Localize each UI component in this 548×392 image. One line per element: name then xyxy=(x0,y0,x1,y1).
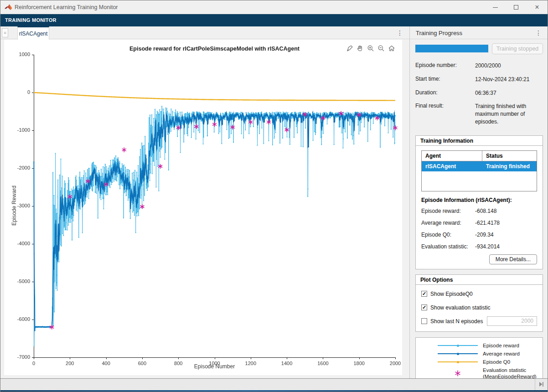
agent-cell: rlSACAgent xyxy=(422,161,482,171)
legend-item: Episode Q0 xyxy=(416,359,543,366)
legend-label: Evaluation statistic(MeanEpisodeReward) xyxy=(483,367,537,378)
checkbox-label: Show last N episodes xyxy=(430,318,483,325)
desktop-edge xyxy=(0,390,548,392)
legend-card: Episode rewardAverage rewardEpisode Q0Ev… xyxy=(415,337,543,378)
matlab-logo-icon xyxy=(5,4,12,13)
legend-line-sample xyxy=(437,361,479,362)
app-window: Reinforcement Learning Training Monitor … xyxy=(0,0,548,392)
progress-bar xyxy=(415,45,488,52)
figure: Episode reward for rlCartPoleSimscapeMod… xyxy=(4,40,402,375)
window-title: Reinforcement Learning Training Monitor xyxy=(15,4,118,10)
progress-row: Training stopped xyxy=(415,43,543,55)
table-header-row: Agent Status xyxy=(422,151,537,161)
progress-bar-fill xyxy=(415,45,488,52)
tabstrip-menu-icon[interactable]: ⋮ xyxy=(397,30,403,36)
col-header-status: Status xyxy=(482,151,537,161)
show-episodeq0-checkbox[interactable]: ✓ xyxy=(421,291,427,297)
legend-line-sample xyxy=(437,353,479,354)
skip-to-end-icon[interactable] xyxy=(538,381,544,389)
field-value: -621.4178 xyxy=(475,220,537,226)
tab-rlsacagent[interactable]: rlSACAgent xyxy=(17,26,49,40)
legend-item: Episode reward xyxy=(416,342,543,349)
chart-document-area: Episode reward for rlCartPoleSimscapeMod… xyxy=(0,39,409,378)
titlebar: Reinforcement Learning Training Monitor … xyxy=(0,0,548,14)
close-button[interactable]: × xyxy=(527,0,548,14)
progress-fields: Episode number: 2000/2000 Start time: 12… xyxy=(415,62,543,126)
legend-line-sample xyxy=(437,345,479,346)
episode-info-fields: Episode reward: -608.148 Average reward:… xyxy=(421,208,537,250)
y-axis-label: Episode Reward xyxy=(11,137,17,274)
option-show-evaluation-statistic: ✓ Show evaluation statistic xyxy=(421,303,537,312)
table-row[interactable]: rlSACAgent Training finished xyxy=(422,161,537,171)
legend-item: Evaluation statistic(MeanEpisodeReward) xyxy=(416,367,543,378)
episode-info-title: Episode Information (rlSACAgent): xyxy=(421,197,537,203)
minimize-button[interactable] xyxy=(485,0,506,14)
reward-plot-canvas[interactable] xyxy=(4,40,402,375)
checkbox-label: Show EpisodeQ0 xyxy=(430,291,473,297)
field-label: Duration: xyxy=(415,89,475,97)
legend-label: Episode Q0 xyxy=(483,359,510,365)
chart-title: Episode reward for rlCartPoleSimscapeMod… xyxy=(34,46,395,52)
x-axis-label: Episode Number xyxy=(34,363,395,370)
panel-title: Training Progress xyxy=(416,30,462,36)
axes-toolbar xyxy=(345,44,396,52)
more-details-button[interactable]: More Details... xyxy=(489,254,537,264)
option-show-last-n-episodes: Show last N episodes xyxy=(421,317,537,326)
field-label: Episode Q0: xyxy=(421,232,475,238)
ribbon-tab-training-monitor[interactable]: TRAINING MONITOR xyxy=(5,17,57,23)
strip-divider xyxy=(535,379,535,390)
legend-label: Episode reward xyxy=(483,342,519,349)
maximize-button[interactable] xyxy=(506,0,527,14)
field-value: -209.34 xyxy=(475,232,537,238)
col-header-agent: Agent xyxy=(422,151,482,161)
legend-label: Average reward xyxy=(483,351,520,357)
zoom-in-icon[interactable] xyxy=(366,44,375,52)
last-n-episodes-input[interactable] xyxy=(487,316,537,326)
panel-menu-icon[interactable]: ⋮ xyxy=(535,30,542,36)
field-label: Final result: xyxy=(415,103,475,125)
show-last-n-episodes-checkbox[interactable] xyxy=(421,318,427,324)
tab-list-icon[interactable]: ≡ xyxy=(2,28,8,37)
field-label: Start time: xyxy=(415,76,475,83)
training-information-title: Training Information xyxy=(416,136,543,146)
option-show-episodeq0: ✓ Show EpisodeQ0 xyxy=(421,289,537,299)
field-value: 2000/2000 xyxy=(475,62,543,70)
field-value: 06:36:37 xyxy=(475,89,543,97)
plot-options-card: Plot Options ✓ Show EpisodeQ0 ✓ Show eva… xyxy=(415,274,543,332)
field-value: -608.148 xyxy=(475,208,537,214)
document-tabstrip: ≡ rlSACAgent ⋮ xyxy=(0,26,409,39)
status-cell: Training finished xyxy=(482,161,537,171)
field-label: Episode reward: xyxy=(421,208,475,214)
field-label: Episode number: xyxy=(415,62,475,70)
show-evaluation-statistic-checkbox[interactable]: ✓ xyxy=(421,304,427,310)
legend-item: Average reward xyxy=(416,351,543,357)
field-value: 12-Nov-2024 23:40:21 xyxy=(475,76,543,83)
field-label: Evaluation statistic: xyxy=(421,243,475,250)
horizontal-scroll-strip[interactable] xyxy=(0,378,548,390)
field-value: Training finished with maximum number of… xyxy=(475,103,543,125)
field-label: Average reward: xyxy=(421,220,475,226)
agent-table: Agent Status rlSACAgent Training finishe… xyxy=(421,150,537,191)
plot-options-title: Plot Options xyxy=(416,275,543,285)
ribbon: TRAINING MONITOR xyxy=(0,14,548,26)
training-information-card: Training Information Agent Status rlSACA… xyxy=(415,135,543,269)
training-progress-panel: Training stopped Episode number: 2000/20… xyxy=(410,39,548,378)
checkbox-label: Show evaluation statistic xyxy=(430,304,490,311)
brush-icon[interactable] xyxy=(345,44,354,52)
training-progress-header: Training Progress ⋮ xyxy=(410,26,548,39)
legend-asterisk-sample xyxy=(437,370,479,377)
table-empty-area xyxy=(422,171,537,191)
zoom-out-icon[interactable] xyxy=(377,44,385,52)
training-stopped-button[interactable]: Training stopped xyxy=(492,43,543,54)
pan-hand-icon[interactable] xyxy=(356,44,364,52)
field-value: -934.2014 xyxy=(475,243,537,250)
home-icon[interactable] xyxy=(387,44,396,52)
